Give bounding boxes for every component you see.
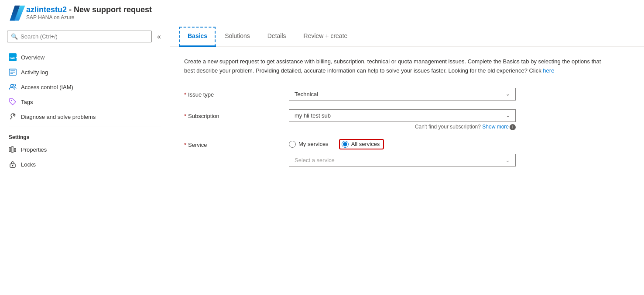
select-service-placeholder: Select a service: [295, 157, 335, 163]
separator: -: [67, 5, 74, 14]
properties-icon: [9, 146, 17, 153]
subscription-label: *Subscription: [184, 109, 289, 119]
sidebar-item-properties[interactable]: Properties: [0, 142, 170, 157]
resource-name[interactable]: azlintestu2: [26, 5, 67, 14]
service-radio-group: My services All services: [289, 139, 612, 149]
subscription-label-text: Subscription: [188, 113, 219, 119]
lock-icon: [9, 160, 17, 168]
subscription-hint: Can't find your subscription? Show morei: [289, 124, 516, 130]
sidebar: 🔍 « SAP Overview Activity log: [0, 26, 170, 295]
sidebar-item-tags-label: Tags: [21, 99, 33, 105]
tab-basics[interactable]: Basics: [179, 26, 216, 47]
all-services-radio-item[interactable]: All services: [339, 139, 384, 149]
subscription-required-star: *: [184, 113, 186, 119]
svg-rect-9: [9, 147, 10, 152]
select-service-chevron-icon: ⌄: [505, 157, 510, 163]
support-request-title: New support request: [74, 5, 152, 14]
issue-type-row: *Issue type Technical ⌄: [184, 88, 612, 101]
tab-review-create[interactable]: Review + create: [295, 26, 356, 47]
svg-rect-10: [12, 146, 13, 153]
sidebar-nav: SAP Overview Activity log Access control…: [0, 47, 170, 174]
service-label-text: Service: [188, 142, 207, 148]
svg-point-7: [14, 84, 16, 87]
svg-point-6: [10, 84, 13, 87]
search-box[interactable]: 🔍: [7, 31, 152, 42]
svg-point-8: [11, 100, 12, 101]
subscription-row: *Subscription my hli test sub ⌄ Can't fi…: [184, 109, 612, 130]
my-services-radio-item[interactable]: My services: [289, 141, 329, 148]
sidebar-item-activity-log[interactable]: Activity log: [0, 65, 170, 80]
activity-log-icon: [9, 68, 17, 76]
subscription-hint-text: Can't find your subscription?: [415, 124, 481, 130]
sidebar-item-locks[interactable]: Locks: [0, 157, 170, 172]
issue-type-chevron-icon: ⌄: [506, 91, 510, 97]
subscription-value: my hli test sub: [295, 112, 331, 119]
sidebar-item-access-control-label: Access control (IAM): [21, 84, 73, 90]
show-more-link[interactable]: Show more: [482, 124, 509, 130]
sidebar-search-area: 🔍 «: [0, 26, 170, 47]
issue-type-control: Technical ⌄: [289, 88, 612, 101]
service-required-star: *: [184, 142, 186, 148]
svg-text:SAP: SAP: [10, 56, 17, 60]
issue-type-required-star: *: [184, 91, 186, 98]
svg-rect-11: [14, 148, 16, 152]
service-control: My services All services Select a servic…: [289, 139, 612, 167]
tab-details[interactable]: Details: [259, 26, 295, 47]
issue-type-label: *Issue type: [184, 88, 289, 98]
sidebar-item-locks-label: Locks: [21, 161, 36, 168]
sidebar-item-access-control[interactable]: Access control (IAM): [0, 80, 170, 94]
content-area: Create a new support request to get assi…: [170, 47, 644, 186]
settings-section-label: Settings: [0, 128, 170, 142]
resource-subtitle: SAP HANA on Azure: [26, 14, 152, 21]
sidebar-item-overview-label: Overview: [21, 54, 45, 61]
old-experience-link[interactable]: here: [543, 67, 554, 74]
description-text: Create a new support request to get assi…: [184, 57, 603, 76]
tab-solutions[interactable]: Solutions: [216, 26, 259, 47]
subscription-dropdown[interactable]: my hli test sub ⌄: [289, 109, 516, 122]
sidebar-divider: [9, 126, 161, 126]
search-input[interactable]: [21, 33, 148, 40]
search-icon: 🔍: [11, 33, 18, 40]
issue-type-dropdown[interactable]: Technical ⌄: [289, 88, 516, 101]
wrench-icon: [9, 113, 17, 121]
service-label: *Service: [184, 139, 289, 148]
tabs-bar: Basics Solutions Details Review + create: [170, 26, 644, 47]
title-group: azlintestu2 - New support request SAP HA…: [26, 5, 152, 21]
page-title: azlintestu2 - New support request: [26, 5, 152, 14]
subscription-control: my hli test sub ⌄ Can't find your subscr…: [289, 109, 612, 130]
all-services-radio[interactable]: [342, 141, 349, 148]
azure-logo-icon: [9, 4, 26, 22]
issue-type-label-text: Issue type: [188, 91, 214, 98]
main-content: Basics Solutions Details Review + create…: [170, 26, 644, 295]
top-header: azlintestu2 - New support request SAP HA…: [0, 0, 644, 26]
subscription-chevron-icon: ⌄: [506, 112, 510, 118]
sidebar-item-diagnose-label: Diagnose and solve problems: [21, 114, 96, 120]
sidebar-item-activity-log-label: Activity log: [21, 69, 48, 76]
tag-icon: [9, 98, 17, 106]
my-services-radio[interactable]: [289, 141, 296, 148]
sidebar-item-tags[interactable]: Tags: [0, 94, 170, 109]
people-icon: [9, 83, 17, 91]
sap-icon: SAP: [9, 53, 17, 61]
service-row: *Service My services All services: [184, 139, 612, 167]
select-service-dropdown[interactable]: Select a service ⌄: [289, 154, 516, 167]
all-services-label: All services: [351, 141, 380, 147]
sidebar-item-overview[interactable]: SAP Overview: [0, 50, 170, 65]
description-body: Create a new support request to get assi…: [184, 58, 601, 74]
issue-type-value: Technical: [295, 91, 318, 97]
sidebar-item-properties-label: Properties: [21, 146, 47, 153]
collapse-sidebar-button[interactable]: «: [155, 33, 163, 41]
my-services-label: My services: [298, 141, 329, 147]
main-layout: 🔍 « SAP Overview Activity log: [0, 26, 644, 295]
sidebar-item-diagnose[interactable]: Diagnose and solve problems: [0, 109, 170, 124]
info-icon: i: [510, 124, 516, 130]
svg-point-13: [12, 165, 14, 167]
